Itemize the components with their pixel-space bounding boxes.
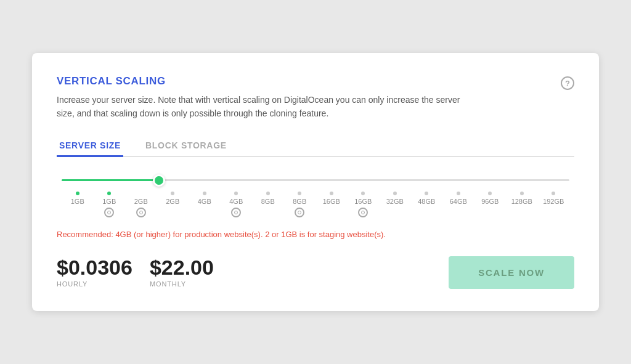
tick-size-label-10: 32GB [386, 198, 404, 205]
tick-size-label-7: 8GB [293, 198, 306, 205]
tick-dot-7 [298, 192, 301, 195]
tick-label-5: 4GB [221, 192, 253, 217]
slider-thumb[interactable] [153, 174, 165, 187]
tab-bar: SERVER SIZE BLOCK STORAGE [57, 135, 574, 157]
tick-label-11: 48GB [411, 192, 443, 217]
tick-dot-3 [171, 192, 174, 195]
recommendation-text: Recommended: 4GB (or higher) for product… [57, 230, 574, 239]
pricing-row: $0.0306 HOURLY $22.00 MONTHLY SCALE NOW [57, 256, 574, 289]
tick-size-label-5: 4GB [229, 198, 243, 205]
tick-dot-2 [139, 192, 143, 195]
tick-label-0: 1GB [62, 192, 94, 217]
monthly-amount: $22.00 [150, 257, 214, 278]
tick-dot-0 [76, 192, 79, 195]
help-icon[interactable]: ? [561, 76, 574, 90]
tick-dot-6 [266, 192, 270, 195]
size-slider-container: 1GB1GB2GB2GB4GB4GB8GB8GB16GB16GB32GB48GB… [57, 177, 574, 217]
cpu-icon-2 [136, 208, 146, 217]
cpu-icon-1 [104, 208, 114, 217]
tick-size-label-11: 48GB [418, 198, 435, 205]
tick-label-1: 1GB [94, 192, 126, 217]
tick-label-15: 192GB [538, 192, 570, 217]
page-title: VERTICAL SCALING [57, 75, 166, 87]
monthly-label: MONTHLY [150, 280, 214, 288]
slider-track-fill [62, 179, 159, 181]
tick-dot-10 [393, 192, 397, 195]
pricing-left: $0.0306 HOURLY $22.00 MONTHLY [57, 257, 214, 288]
tick-labels-row: 1GB1GB2GB2GB4GB4GB8GB8GB16GB16GB32GB48GB… [62, 192, 569, 217]
cpu-icon-5 [231, 208, 241, 217]
tick-label-9: 16GB [348, 192, 380, 217]
tab-block-storage[interactable]: BLOCK STORAGE [143, 135, 229, 157]
tick-size-label-9: 16GB [354, 198, 372, 205]
tick-dot-11 [425, 192, 428, 195]
cpu-icon-7 [295, 208, 304, 217]
tick-label-2: 2GB [125, 192, 157, 217]
card-header: VERTICAL SCALING ? [57, 75, 574, 90]
hourly-price-block: $0.0306 HOURLY [57, 257, 132, 288]
tick-size-label-3: 2GB [166, 198, 179, 205]
slider-track[interactable] [62, 177, 569, 184]
tick-label-4: 4GB [189, 192, 221, 217]
tick-dot-13 [488, 192, 492, 195]
tick-size-label-0: 1GB [71, 198, 84, 205]
tick-dot-5 [234, 192, 238, 195]
hourly-amount: $0.0306 [57, 257, 132, 278]
tick-label-12: 64GB [442, 192, 474, 217]
tick-dot-12 [457, 192, 460, 195]
tick-dot-8 [330, 192, 333, 195]
tick-label-6: 8GB [252, 192, 284, 217]
tick-dot-1 [107, 192, 111, 195]
tick-dot-14 [520, 192, 524, 195]
tick-label-14: 128GB [506, 192, 538, 217]
hourly-label: HOURLY [57, 280, 132, 288]
tick-size-label-15: 192GB [543, 198, 564, 205]
tick-label-7: 8GB [284, 192, 316, 217]
tick-size-label-12: 64GB [450, 198, 467, 205]
tick-size-label-14: 128GB [511, 198, 532, 205]
tick-dot-4 [203, 192, 206, 195]
vertical-scaling-card: VERTICAL SCALING ? Increase your server … [32, 53, 599, 310]
tick-size-label-6: 8GB [261, 198, 275, 205]
tick-label-8: 16GB [316, 192, 348, 217]
scale-now-button[interactable]: SCALE NOW [449, 256, 574, 289]
cpu-icon-9 [358, 208, 368, 217]
tick-dot-9 [361, 192, 365, 195]
tick-label-3: 2GB [157, 192, 189, 217]
tick-label-13: 96GB [474, 192, 507, 217]
tick-size-label-4: 4GB [198, 198, 211, 205]
tick-size-label-8: 16GB [323, 198, 340, 205]
tick-label-10: 32GB [379, 192, 411, 217]
tick-size-label-1: 1GB [102, 198, 116, 205]
tick-dot-15 [552, 192, 555, 195]
description-text: Increase your server size. Note that wit… [57, 94, 476, 120]
tick-size-label-13: 96GB [481, 198, 499, 205]
tab-server-size[interactable]: SERVER SIZE [57, 135, 123, 157]
monthly-price-block: $22.00 MONTHLY [150, 257, 214, 288]
tick-size-label-2: 2GB [134, 198, 148, 205]
